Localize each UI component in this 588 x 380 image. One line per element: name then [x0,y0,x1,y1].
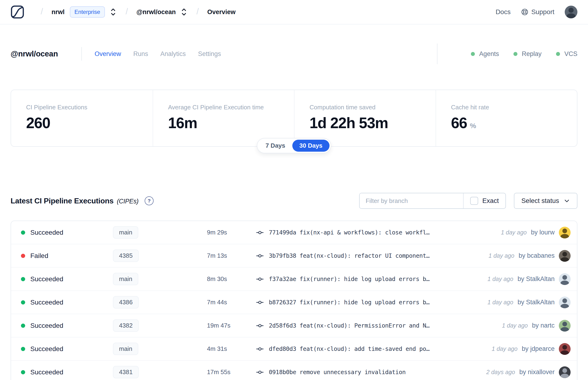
table-row[interactable]: Succeeded main 4m 31s dfed80d3feat(nx-cl… [11,338,577,361]
lifebuoy-icon [521,8,529,16]
table-row[interactable]: Succeeded main 8m 30s f37a32aefix(runner… [11,267,577,291]
range-7-days-button[interactable]: 7 Days [259,140,292,152]
author: by nartc [532,322,555,329]
nx-cloud-logo-icon[interactable] [11,5,24,19]
commit-hash: 3b79fb38 [269,252,296,259]
tab-analytics[interactable]: Analytics [160,50,186,57]
exact-label: Exact [482,197,499,205]
select-status-dropdown[interactable]: Select status [514,193,577,209]
tab-settings[interactable]: Settings [198,50,221,57]
duration: 7m 13s [207,252,256,259]
status-dot [556,52,560,56]
commit-message: fix(runner): hide log upload errors b… [299,299,430,306]
breadcrumb-separator: / [126,7,128,17]
status-dot [21,323,25,328]
time-ago: 1 day ago [489,252,514,259]
author-avatar [559,273,570,285]
branch-filter-input[interactable] [360,193,463,208]
commit-hash: dfed80d3 [269,345,296,352]
author: by nixallover [519,368,555,376]
range-30-days-button[interactable]: 30 Days [292,140,329,152]
commit-hash: 771499da [269,229,296,236]
status-dot [513,52,517,56]
breadcrumb-separator: / [196,7,199,17]
breadcrumb: / nrwl Enterprise / @nrwl/ocean / Overvi… [11,5,235,19]
top-nav: / nrwl Enterprise / @nrwl/ocean / Overvi… [0,0,588,24]
duration: 8m 30s [207,275,256,283]
status-label: Succeeded [30,229,63,236]
status-dot [471,52,475,56]
workspace-switcher-chevron-updown-icon[interactable] [180,7,188,17]
breadcrumb-separator: / [41,7,43,17]
duration: 4m 31s [207,345,256,353]
status-dot [21,300,25,304]
author-avatar [559,320,570,332]
cipe-controls: Exact Select status [359,193,577,209]
status-label: Succeeded [30,275,63,283]
divider [81,47,82,61]
git-commit-icon [256,229,264,236]
commit-hash: f37a32ae [269,276,296,283]
commit-hash: 2d58f6d3 [269,322,296,329]
duration: 17m 55s [207,368,256,376]
author-avatar [559,297,570,308]
docs-link[interactable]: Docs [495,8,511,16]
duration: 19m 47s [207,322,256,329]
branch-filter-group: Exact [359,193,506,209]
workspace-tabs: Overview Runs Analytics Settings [95,50,221,57]
user-avatar[interactable] [565,6,577,18]
commit-message: remove unnecessary invalidation [299,369,405,376]
git-commit-icon [256,299,264,306]
branch-badge: main [113,226,138,239]
cipe-header: Latest CI Pipeline Executions (CIPEs) ? … [11,193,577,209]
table-row[interactable]: Failed 4385 7m 13s 3b79fb38feat(nx-cloud… [11,244,577,267]
help-icon[interactable]: ? [145,196,153,205]
time-ago: 1 day ago [501,229,527,236]
tab-overview[interactable]: Overview [95,50,121,57]
exact-filter-segment: Exact [463,193,505,208]
exact-checkbox[interactable] [470,197,478,205]
branch-badge: main [113,342,138,355]
breadcrumb-org[interactable]: nrwl [52,8,65,16]
percent-unit: % [470,122,476,130]
breadcrumb-workspace[interactable]: @nrwl/ocean [136,8,176,16]
stat-cache-hit-rate: Cache hit rate 66 % [436,90,577,146]
nav-actions: Docs Support [495,6,577,18]
author: by StalkAltan [517,299,555,306]
table-row[interactable]: Succeeded main 9m 29s 771499dafix(nx-api… [11,221,577,244]
commit-message: feat(nx-cloud): add time-saved end po… [299,345,430,352]
status-dot [21,370,25,374]
status-dot [21,347,25,351]
branch-badge: 4386 [113,296,139,308]
git-commit-icon [256,322,264,329]
time-ago: 1 day ago [492,345,518,352]
time-ago: 1 day ago [488,299,513,306]
table-row[interactable]: Succeeded 4381 17m 55s 0918b0beremove un… [11,361,577,380]
commit-hash: b8726327 [269,299,296,306]
breadcrumb-current-page: Overview [207,8,235,16]
author: by jdpearce [522,345,555,353]
status-dot [21,230,25,235]
commit-message: feat(nx-cloud): PermissionError and N… [299,322,430,329]
tab-runs[interactable]: Runs [133,50,148,57]
branch-badge: main [113,273,138,285]
git-commit-icon [256,275,264,283]
status-label: Succeeded [30,322,63,329]
chevron-down-icon [564,198,570,204]
author-avatar [559,250,570,262]
org-switcher-chevron-updown-icon[interactable] [109,7,117,17]
service-replay[interactable]: Replay [513,50,541,57]
table-row[interactable]: Succeeded 4386 7m 44s b8726327fix(runner… [11,291,577,314]
author-avatar [559,227,570,238]
service-agents[interactable]: Agents [471,50,499,57]
table-row[interactable]: Succeeded 4382 19m 47s 2d58f6d3feat(nx-c… [11,314,577,338]
status-label: Succeeded [30,368,63,376]
service-vcs[interactable]: VCS [556,50,577,57]
author-avatar [559,366,570,378]
branch-badge: 4382 [113,319,139,332]
support-label: Support [531,8,554,16]
commit-message: fix(runner): hide log upload errors b… [299,276,430,283]
git-commit-icon [256,345,264,353]
support-link[interactable]: Support [521,8,554,16]
status-label: Succeeded [30,299,63,306]
